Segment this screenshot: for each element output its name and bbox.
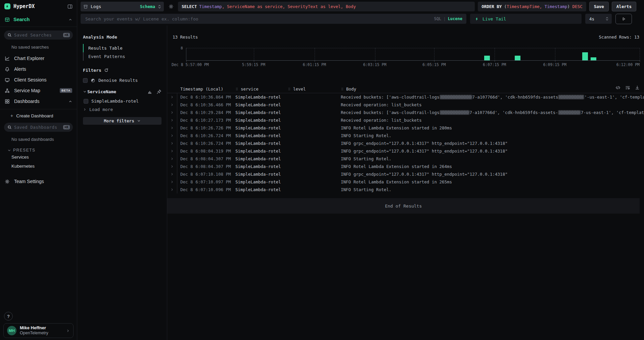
row-expand-chevron-icon[interactable] bbox=[167, 188, 177, 191]
table-row[interactable]: Dec 8 6:10:26.726 PMSimpleLambda-rotelIN… bbox=[167, 124, 644, 132]
row-expand-chevron-icon[interactable] bbox=[167, 126, 177, 130]
monitor-icon bbox=[5, 77, 10, 82]
row-body: INFO grpc_endpoint="127.0.0.1:4317" http… bbox=[341, 149, 644, 154]
analysis-mode-results-table[interactable]: Results Table bbox=[83, 44, 162, 52]
row-service: SimpleLambda-rotel bbox=[235, 164, 288, 169]
live-tail-button[interactable]: Live Tail bbox=[470, 14, 582, 24]
table-row[interactable]: Dec 8 6:08:04.307 PMSimpleLambda-rotelIN… bbox=[167, 155, 644, 163]
create-dashboard-button[interactable]: + Create Dashboard bbox=[0, 109, 77, 119]
pin-icon[interactable] bbox=[156, 89, 162, 94]
chart-icon[interactable] bbox=[147, 89, 152, 94]
histogram-bar[interactable] bbox=[582, 52, 588, 60]
chart-gridline bbox=[555, 48, 555, 60]
chevron-updown-icon bbox=[158, 5, 161, 9]
code-icon[interactable] bbox=[615, 85, 620, 90]
table-row[interactable]: Dec 8 6:07:10.097 PMSimpleLambda-rotelIN… bbox=[167, 178, 644, 186]
x-axis-tick-label: 6:09:15 PM bbox=[543, 62, 566, 67]
denoise-checkbox[interactable] bbox=[83, 78, 88, 83]
drag-handle-icon bbox=[235, 87, 238, 91]
load-more-button[interactable]: Load more bbox=[83, 107, 162, 112]
row-timestamp: Dec 8 6:10:29.284 PM bbox=[177, 109, 235, 116]
histogram-bar[interactable] bbox=[515, 56, 520, 60]
wrap-lines-icon[interactable] bbox=[625, 85, 630, 90]
save-button[interactable]: Save bbox=[589, 2, 609, 11]
collapse-sidebar-icon[interactable] bbox=[67, 4, 73, 9]
denoise-icon bbox=[91, 78, 95, 83]
row-expand-chevron-icon[interactable] bbox=[167, 118, 177, 122]
sql-toggle[interactable]: SQL bbox=[434, 16, 442, 21]
more-filters-button[interactable]: More filters bbox=[83, 117, 162, 125]
facet-header-ServiceName[interactable]: ServiceName bbox=[83, 89, 162, 94]
saved-searches-input[interactable]: Saved Searches ⌘K bbox=[4, 31, 73, 40]
row-expand-chevron-icon[interactable] bbox=[167, 172, 177, 176]
column-header-label: Timestamp (Local) bbox=[180, 87, 223, 92]
sidebar-item-service-map[interactable]: Service MapBETA bbox=[0, 85, 77, 96]
table-row[interactable]: Dec 8 6:07:10.096 PMSimpleLambda-rotelIN… bbox=[167, 186, 644, 193]
table-row[interactable]: Dec 8 6:10:26.724 PMSimpleLambda-rotelIN… bbox=[167, 132, 644, 139]
sidebar-item-client-sessions[interactable]: Client Sessions bbox=[0, 74, 77, 85]
denoise-results-toggle[interactable]: Denoise Results bbox=[83, 78, 162, 83]
sidebar-item-label: Chart Explorer bbox=[14, 56, 72, 61]
select-query-input[interactable]: SELECT Timestamp, ServiceName as service… bbox=[178, 2, 475, 11]
query-settings-gear-icon[interactable] bbox=[167, 3, 175, 11]
table-row[interactable]: Dec 8 6:08:04.307 PMSimpleLambda-rotelIN… bbox=[167, 163, 644, 170]
order-by-input[interactable]: ORDER BY (TimestampTime, Timestamp) DESC bbox=[478, 2, 586, 11]
facet-value-checkbox[interactable]: SimpleLambda-rotel bbox=[84, 99, 162, 104]
preset-item-services[interactable]: Services bbox=[0, 153, 77, 162]
schema-link[interactable]: Schema bbox=[140, 4, 155, 9]
refresh-interval-selector[interactable]: 4s bbox=[585, 14, 612, 24]
presets-header[interactable]: PRESETS bbox=[7, 148, 77, 153]
table-row[interactable]: Dec 8 6:10:36.864 PMSimpleLambda-rotelRe… bbox=[167, 93, 644, 101]
x-axis-tick-label: 6:01:15 PM bbox=[303, 62, 326, 67]
row-expand-chevron-icon[interactable] bbox=[167, 157, 177, 161]
sidebar-nav: Chart ExplorerAlertsClient SessionsServi… bbox=[0, 53, 77, 107]
row-expand-chevron-icon[interactable] bbox=[167, 111, 177, 114]
checkbox[interactable] bbox=[84, 99, 88, 104]
saved-dashboards-input[interactable]: Saved Dashboards ⌘K bbox=[4, 123, 73, 132]
refresh-icon[interactable] bbox=[104, 68, 108, 72]
help-button[interactable]: ? bbox=[4, 312, 13, 321]
results-histogram[interactable]: 8 Dec 8 5:57:00 PM5:59:15 PM6:01:15 PM6:… bbox=[186, 45, 640, 66]
row-expand-chevron-icon[interactable] bbox=[167, 95, 177, 99]
lucene-toggle[interactable]: Lucene bbox=[448, 16, 462, 21]
table-row[interactable]: Dec 8 6:10:27.173 PMSimpleLambda-rotelRe… bbox=[167, 116, 644, 124]
source-selector[interactable]: Logs Schema bbox=[81, 2, 164, 11]
run-query-button[interactable] bbox=[615, 14, 632, 24]
sidebar-item-label: Service Map bbox=[14, 88, 55, 93]
alerts-button[interactable]: Alerts bbox=[612, 2, 636, 11]
column-header-level[interactable]: level bbox=[288, 87, 341, 92]
row-expand-chevron-icon[interactable] bbox=[167, 149, 177, 153]
download-icon[interactable] bbox=[635, 85, 640, 90]
row-expand-chevron-icon[interactable] bbox=[167, 180, 177, 184]
row-expand-chevron-icon[interactable] bbox=[167, 165, 177, 168]
sidebar-item-chart-explorer[interactable]: Chart Explorer bbox=[0, 53, 77, 64]
column-header-label: Body bbox=[346, 87, 356, 92]
sidebar-item-search[interactable]: Search bbox=[0, 13, 77, 26]
chart-tickmark bbox=[254, 60, 254, 62]
histogram-bar[interactable] bbox=[591, 57, 596, 61]
sidebar-item-alerts[interactable]: Alerts bbox=[0, 64, 77, 74]
column-header-service[interactable]: service bbox=[235, 87, 288, 92]
table-row[interactable]: Dec 8 6:07:10.108 PMSimpleLambda-rotelIN… bbox=[167, 170, 644, 178]
table-row[interactable]: Dec 8 6:08:04.319 PMSimpleLambda-rotelIN… bbox=[167, 147, 644, 155]
table-row[interactable]: Dec 8 6:10:36.466 PMSimpleLambda-rotelRe… bbox=[167, 101, 644, 109]
chart-tickmark bbox=[495, 60, 495, 62]
analysis-mode-event-patterns[interactable]: Event Patterns bbox=[83, 52, 162, 61]
row-expand-chevron-icon[interactable] bbox=[167, 134, 177, 137]
sidebar-item-dashboards[interactable]: Dashboards bbox=[0, 96, 77, 107]
row-expand-chevron-icon[interactable] bbox=[167, 141, 177, 145]
search-input[interactable] bbox=[85, 16, 431, 21]
row-service: SimpleLambda-rotel bbox=[235, 172, 288, 177]
chevron-down-icon bbox=[83, 90, 87, 94]
sidebar-item-team-settings[interactable]: Team Settings bbox=[0, 176, 77, 187]
histogram-bar[interactable] bbox=[484, 56, 490, 60]
column-header-body[interactable]: Body bbox=[341, 87, 644, 92]
column-header-timestamp-local-[interactable]: Timestamp (Local) bbox=[180, 87, 235, 92]
user-profile-card[interactable]: MH Mike Heffner OpenTelemetry bbox=[3, 323, 74, 338]
column-header-label: level bbox=[293, 87, 306, 92]
row-expand-chevron-icon[interactable] bbox=[167, 103, 177, 107]
row-service: SimpleLambda-rotel bbox=[235, 118, 288, 123]
table-row[interactable]: Dec 8 6:10:26.724 PMSimpleLambda-rotelIN… bbox=[167, 139, 644, 147]
preset-item-kubernetes[interactable]: Kubernetes bbox=[0, 162, 77, 171]
table-row[interactable]: Dec 8 6:10:29.284 PMSimpleLambda-rotelRe… bbox=[167, 109, 644, 116]
